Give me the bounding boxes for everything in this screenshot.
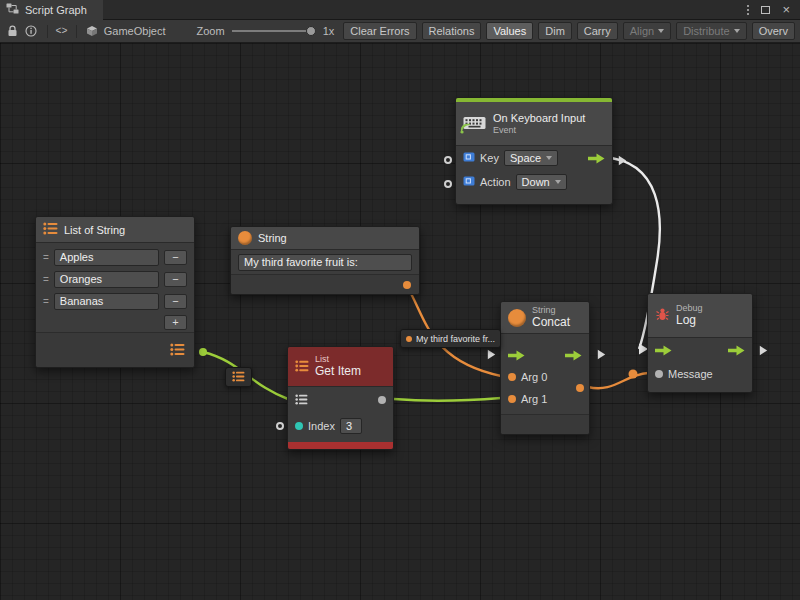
list-input-port-icon[interactable] (295, 394, 308, 407)
list-item-row: = Apples − (36, 246, 194, 268)
node-on-keyboard-input[interactable]: On Keyboard Input Event Key Space Action… (455, 97, 613, 205)
wire-value-dot (629, 370, 638, 379)
node-header[interactable]: On Keyboard Input Event (456, 102, 612, 146)
node-ports-section (36, 332, 194, 367)
result-output-port[interactable] (576, 384, 584, 392)
node-get-item[interactable]: List Get Item Index 3 (287, 346, 394, 450)
overview-button[interactable]: Overv (752, 22, 795, 40)
graph-canvas[interactable]: List of String = Apples − = Oranges − = … (0, 43, 800, 600)
zoom-slider[interactable] (232, 23, 316, 39)
list-item-row: = Bananas − (36, 290, 194, 312)
drag-handle-icon[interactable]: = (43, 252, 49, 263)
dim-toggle-button[interactable]: Dim (538, 22, 572, 40)
list-item-field[interactable]: Oranges (54, 271, 159, 288)
align-dropdown-button[interactable]: Align (623, 22, 671, 40)
list-icon (43, 222, 58, 237)
flow-out-triangle-icon[interactable] (597, 349, 606, 362)
keycode-type-icon (463, 175, 475, 189)
string-output-port[interactable] (403, 281, 411, 289)
values-toggle-button[interactable]: Values (486, 22, 533, 40)
node-title: Concat (532, 316, 570, 330)
remove-item-button[interactable]: − (164, 294, 187, 309)
zoom-slider-knob[interactable] (306, 26, 316, 36)
list-value-chip (225, 367, 252, 387)
remove-item-button[interactable]: − (164, 250, 187, 265)
wire-getitem-to-concat[interactable] (394, 398, 501, 401)
graph-toolbar: <> GameObject Zoom 1x Clear Errors Relat… (0, 20, 800, 43)
node-debug-log[interactable]: Debug Log Message (647, 293, 753, 393)
list-input-row (288, 387, 393, 413)
string-value-dot-icon (406, 336, 412, 342)
list-output-port[interactable] (199, 348, 207, 356)
trigger-output-port[interactable] (588, 153, 605, 164)
window-menu-icon[interactable] (747, 5, 749, 15)
item-output-port[interactable] (378, 396, 386, 404)
toolbar-separator (47, 25, 48, 38)
node-list-of-string[interactable]: List of String = Apples − = Oranges − = … (35, 216, 195, 368)
keycode-type-icon (463, 151, 475, 165)
string-value-preview: My third favorite fr... (416, 334, 495, 344)
chevron-down-icon (734, 29, 740, 33)
drag-handle-icon[interactable]: = (43, 274, 49, 285)
flow-out-triangle-icon[interactable] (618, 155, 627, 168)
remove-item-button[interactable]: − (164, 272, 187, 287)
string-type-icon (508, 309, 526, 327)
index-outer-port[interactable] (276, 422, 284, 430)
arg0-label: Arg 0 (521, 371, 547, 383)
error-accent-bar (288, 442, 393, 449)
list-icon (295, 360, 309, 374)
key-input-port[interactable] (444, 156, 452, 164)
title-bar: Script Graph × (0, 0, 800, 20)
info-icon[interactable] (24, 23, 38, 39)
index-input-port[interactable] (295, 422, 303, 430)
lock-icon[interactable] (5, 23, 19, 39)
carry-toggle-button[interactable]: Carry (577, 22, 618, 40)
wire-concat-to-log[interactable] (588, 373, 648, 388)
tab-title: Script Graph (25, 4, 87, 16)
node-header[interactable]: String (231, 227, 419, 250)
node-title: String (258, 232, 287, 244)
gameobject-cube-icon (85, 23, 99, 39)
relations-button[interactable]: Relations (422, 22, 482, 40)
node-title: Get Item (315, 365, 361, 379)
tab-script-graph[interactable]: Script Graph (0, 0, 103, 20)
flow-out-triangle-icon[interactable] (759, 345, 768, 358)
list-icon (232, 371, 245, 384)
flow-in-port[interactable] (508, 350, 525, 361)
message-input-port[interactable] (655, 370, 663, 378)
list-output-icon[interactable] (170, 343, 185, 358)
maximize-icon[interactable] (761, 6, 770, 14)
node-concat[interactable]: String Concat Arg 0 Arg 1 (500, 301, 590, 435)
distribute-dropdown-button[interactable]: Distribute (676, 22, 746, 40)
index-field[interactable]: 3 (340, 418, 362, 434)
flow-in-triangle-icon[interactable] (487, 349, 496, 362)
flow-in-port[interactable] (655, 345, 672, 356)
arg0-input-port[interactable] (508, 373, 516, 381)
clear-errors-button[interactable]: Clear Errors (343, 22, 416, 40)
graph-icon (6, 3, 19, 16)
flow-out-port[interactable] (728, 345, 745, 356)
node-header[interactable]: List Get Item (288, 347, 393, 387)
flow-out-port[interactable] (565, 350, 582, 361)
list-item-field[interactable]: Apples (54, 249, 159, 266)
code-view-icon[interactable]: <> (56, 26, 68, 37)
node-string-literal[interactable]: String My third favorite fruit is: (230, 226, 420, 295)
node-header[interactable]: String Concat (501, 302, 589, 334)
close-icon[interactable]: × (782, 3, 790, 16)
gameobject-selector[interactable]: GameObject (104, 25, 166, 37)
node-header[interactable]: Debug Log (648, 294, 752, 338)
string-value-chip: My third favorite fr... (400, 329, 501, 348)
arg1-input-port[interactable] (508, 395, 516, 403)
list-item-field[interactable]: Bananas (54, 293, 159, 310)
zoom-value: 1x (323, 25, 335, 37)
string-value-field[interactable]: My third favorite fruit is: (238, 254, 412, 271)
key-dropdown[interactable]: Space (504, 150, 558, 166)
key-row: Key Space (456, 146, 612, 170)
chevron-down-icon (658, 29, 664, 33)
string-type-icon (238, 231, 252, 245)
action-dropdown[interactable]: Down (516, 174, 567, 190)
add-item-button[interactable]: + (164, 315, 187, 330)
node-header[interactable]: List of String (36, 217, 194, 243)
action-input-port[interactable] (444, 180, 452, 188)
drag-handle-icon[interactable]: = (43, 296, 49, 307)
